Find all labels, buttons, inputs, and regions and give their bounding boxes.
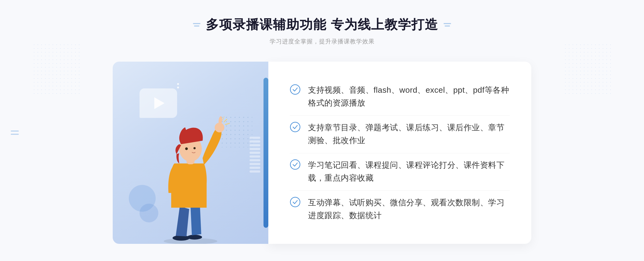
check-icon-1 — [290, 84, 301, 95]
right-panel: 支持视频、音频、flash、word、excel、ppt、pdf等各种格式的资源… — [268, 62, 531, 244]
blue-bar — [264, 78, 268, 228]
feature-item-4: 互动弹幕、试听购买、微信分享、观看次数限制、学习进度跟踪、数据统计 — [290, 191, 510, 227]
person-illustration — [148, 105, 233, 244]
svg-point-14 — [290, 197, 300, 207]
svg-line-9 — [225, 123, 229, 125]
svg-line-10 — [223, 117, 224, 120]
svg-point-11 — [290, 85, 300, 94]
check-icon-2 — [290, 122, 301, 132]
feature-text-3: 学习笔记回看、课程提问、课程评论打分、课件资料下载，重点内容收藏 — [308, 159, 510, 184]
header-section: 多项录播课辅助功能 专为线上教学打造 学习进度全掌握，提升录播课教学效果 — [193, 16, 451, 46]
page-container: 多项录播课辅助功能 专为线上教学打造 学习进度全掌握，提升录播课教学效果 — [0, 0, 644, 261]
check-icon-4 — [290, 197, 301, 207]
svg-point-7 — [193, 147, 196, 149]
bg-dots-left — [32, 43, 80, 96]
feature-item-3: 学习笔记回看、课程提问、课程评论打分、课件资料下载，重点内容收藏 — [290, 153, 510, 190]
check-icon-3 — [290, 159, 301, 170]
feature-item-1: 支持视频、音频、flash、word、excel、ppt、pdf等各种格式的资源… — [290, 78, 510, 115]
content-area: 支持视频、音频、flash、word、excel、ppt、pdf等各种格式的资源… — [113, 62, 531, 244]
svg-point-3 — [215, 123, 224, 132]
title-row: 多项录播课辅助功能 专为线上教学打造 — [193, 16, 451, 33]
subtitle: 学习进度全掌握，提升录播课教学效果 — [193, 38, 451, 46]
left-arrow-decoration — [11, 130, 19, 135]
svg-point-2 — [187, 235, 202, 240]
feature-text-2: 支持章节目录、弹题考试、课后练习、课后作业、章节测验、批改作业 — [308, 121, 510, 147]
bg-dots-right — [564, 43, 612, 96]
feature-text-1: 支持视频、音频、flash、word、excel、ppt、pdf等各种格式的资源… — [308, 84, 510, 109]
title-decoration-right — [444, 23, 451, 27]
feature-item-2: 支持章节目录、弹题考试、课后练习、课后作业、章节测验、批改作业 — [290, 115, 510, 152]
left-panel — [113, 62, 268, 244]
svg-point-6 — [185, 147, 188, 150]
sparkle-dots — [177, 83, 179, 88]
svg-point-12 — [290, 122, 300, 132]
main-title: 多项录播课辅助功能 专为线上教学打造 — [206, 16, 438, 33]
svg-line-8 — [224, 119, 227, 122]
deco-stripes — [250, 137, 260, 180]
feature-text-4: 互动弹幕、试听购买、微信分享、观看次数限制、学习进度跟踪、数据统计 — [308, 196, 510, 222]
title-decoration-left — [193, 23, 200, 27]
svg-point-13 — [290, 160, 300, 169]
